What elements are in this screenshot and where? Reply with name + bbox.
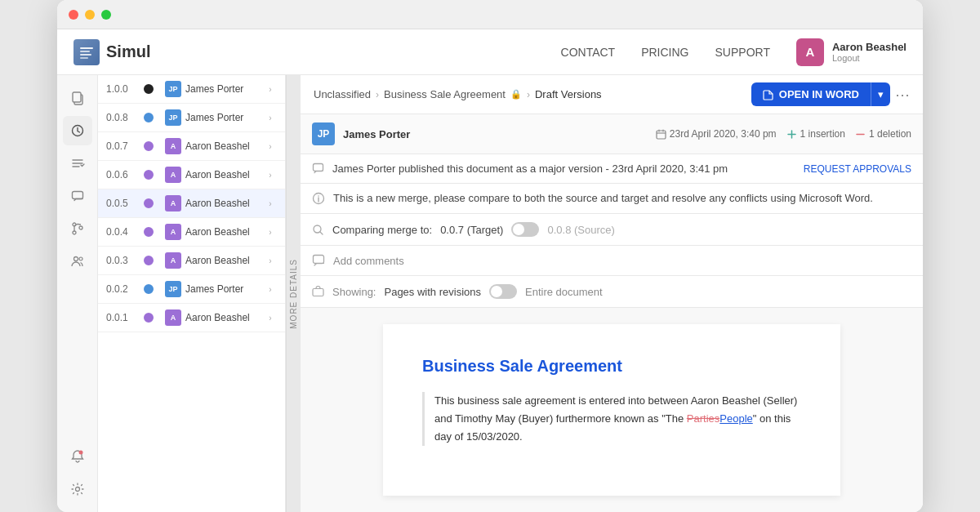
svg-point-14 — [75, 488, 79, 492]
version-author: James Porter — [185, 83, 243, 95]
lock-icon: 🔒 — [510, 89, 522, 100]
breadcrumb-current: Draft Versions — [535, 88, 602, 100]
version-row[interactable]: 0.0.8JPJames Porter› — [98, 104, 285, 132]
user-name: Aaron Beashel — [832, 41, 906, 53]
author-avatar: JP — [312, 122, 335, 145]
breadcrumb-sep-2: › — [527, 89, 530, 100]
logout-link[interactable]: Logout — [832, 53, 906, 63]
timeline-col — [137, 256, 160, 265]
sidebar-icon-history[interactable] — [63, 116, 92, 145]
svg-rect-16 — [314, 164, 323, 171]
user-tag: JPJames Porter — [165, 109, 259, 126]
version-author: Aaron Beashel — [185, 312, 250, 323]
sidebar-icon-notification[interactable] — [63, 442, 92, 471]
svg-rect-20 — [314, 256, 324, 264]
logo-area: Simul — [74, 39, 561, 65]
timeline-col — [137, 113, 160, 122]
comment-icon — [312, 163, 324, 175]
svg-point-10 — [79, 226, 82, 229]
version-number: 0.0.8 — [106, 112, 132, 123]
add-comments-text: Add comments — [333, 255, 404, 267]
showing-label: Showing: — [332, 286, 376, 298]
request-approvals-link[interactable]: REQUEST APPROVALS — [804, 163, 911, 175]
timeline-col — [137, 141, 160, 151]
open-in-word-button[interactable]: OPEN IN WORD — [751, 82, 871, 106]
more-details-tab[interactable]: MORE DETAILS — [286, 75, 301, 512]
svg-point-12 — [79, 257, 82, 260]
close-dot[interactable] — [69, 10, 78, 20]
user-tag: AAaron Beashel — [165, 167, 259, 183]
svg-point-13 — [78, 451, 82, 455]
info-icon — [312, 192, 325, 205]
logo-text: Simul — [106, 42, 150, 61]
compare-toggle[interactable] — [511, 222, 539, 237]
toggle-knob — [513, 224, 524, 235]
sidebar-icon-list[interactable] — [63, 149, 92, 178]
user-tag: AAaron Beashel — [165, 138, 259, 154]
timeline-node — [144, 256, 154, 265]
showing-toggle-knob — [491, 286, 502, 297]
user-tag: AAaron Beashel — [165, 195, 259, 211]
minimize-dot[interactable] — [85, 10, 95, 20]
doc-link[interactable]: People — [719, 412, 752, 425]
showing-toggle[interactable] — [489, 284, 517, 299]
version-number: 0.0.4 — [106, 226, 132, 238]
pricing-link[interactable]: PRICING — [641, 46, 688, 59]
contact-link[interactable]: CONTACT — [561, 46, 616, 59]
search-icon — [312, 224, 324, 236]
sidebar-icon-users[interactable] — [63, 247, 92, 276]
version-row[interactable]: 1.0.0JPJames Porter› — [98, 75, 285, 104]
timeline-node — [144, 313, 154, 323]
version-row[interactable]: 0.0.1AAaron Beashel› — [98, 304, 285, 332]
version-row[interactable]: 0.0.6AAaron Beashel› — [98, 161, 285, 189]
svg-rect-1 — [80, 51, 90, 52]
svg-rect-21 — [313, 288, 323, 296]
version-number: 0.0.1 — [106, 312, 132, 323]
compare-row: Comparing merge to: 0.0.7 (Target) 0.0.8… — [301, 214, 923, 246]
breadcrumb-unclassified[interactable]: Unclassified — [314, 88, 371, 100]
sidebar-icon-branch[interactable] — [63, 214, 92, 243]
version-row[interactable]: 0.0.7AAaron Beashel› — [98, 132, 285, 161]
maximize-dot[interactable] — [101, 10, 111, 20]
user-area: A Aaron Beashel Logout — [796, 38, 906, 66]
version-row[interactable]: 0.0.2JPJames Porter› — [98, 275, 285, 304]
version-row[interactable]: 0.0.3AAaron Beashel› — [98, 247, 285, 275]
chevron-icon: › — [264, 256, 277, 265]
timeline-col — [137, 284, 160, 294]
timeline-node — [144, 198, 154, 208]
breadcrumb-agreement[interactable]: Business Sale Agreement — [384, 88, 506, 100]
support-link[interactable]: SUPPORT — [715, 46, 770, 59]
content-area: Unclassified › Business Sale Agreement 🔒… — [301, 75, 923, 512]
breadcrumb-bar: Unclassified › Business Sale Agreement 🔒… — [301, 75, 923, 114]
showing-entire: Entire document — [525, 286, 603, 298]
version-author: Aaron Beashel — [185, 226, 250, 238]
showing-row: Showing: Pages with revisions Entire doc… — [301, 276, 923, 308]
svg-point-11 — [74, 257, 78, 261]
version-row[interactable]: 0.0.4AAaron Beashel› — [98, 218, 285, 247]
user-tag: JPJames Porter — [165, 81, 259, 97]
chevron-icon: › — [264, 114, 277, 122]
timeline-node — [144, 170, 154, 180]
sidebar-icon-settings[interactable] — [63, 474, 92, 504]
comments-row[interactable]: Add comments — [301, 246, 923, 276]
version-row[interactable]: 0.0.5AAaron Beashel› — [98, 189, 285, 218]
mini-avatar: JP — [165, 109, 181, 126]
sidebar-icon-comment[interactable] — [63, 181, 92, 211]
open-in-word-dropdown[interactable]: ▾ — [871, 82, 890, 106]
more-options-button[interactable]: ⋯ — [895, 86, 910, 104]
published-row: James Porter published this document as … — [301, 154, 923, 184]
user-tag: AAaron Beashel — [165, 252, 259, 269]
published-text: James Porter published this document as … — [332, 163, 795, 175]
user-tag: JPJames Porter — [165, 281, 259, 297]
chevron-icon: › — [264, 142, 277, 151]
add-comment-icon — [312, 254, 325, 267]
svg-rect-2 — [80, 54, 91, 56]
info-text: This is a new merge, please compare to b… — [333, 192, 873, 204]
version-author: James Porter — [185, 283, 243, 295]
breadcrumb-sep-1: › — [376, 89, 379, 100]
versions-list: 1.0.0JPJames Porter›0.0.8JPJames Porter›… — [98, 75, 285, 512]
sidebar-icon-copy[interactable] — [63, 83, 92, 113]
chevron-icon: › — [264, 171, 277, 180]
chevron-icon: › — [264, 199, 277, 208]
timeline-node — [144, 284, 154, 294]
